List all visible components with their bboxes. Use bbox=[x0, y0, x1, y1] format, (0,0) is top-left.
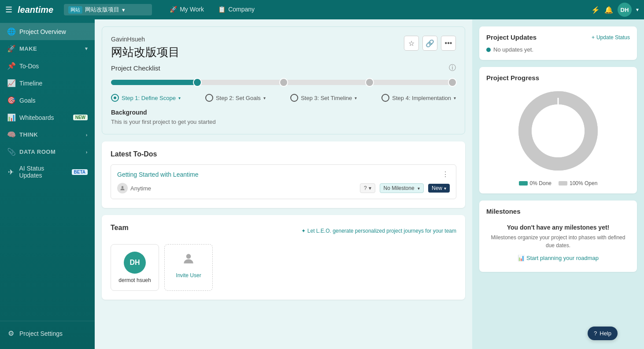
legend-done: 0% Done bbox=[519, 180, 551, 186]
top-nav: ☰ leantime 网站 网站改版项目 ▾ 🚀 My Work 📋 Compa… bbox=[0, 0, 644, 19]
step-3-circle bbox=[290, 94, 298, 102]
project-info: GavinHsueh 网站改版项目 bbox=[111, 36, 180, 60]
checklist-help-icon[interactable]: ⓘ bbox=[449, 63, 456, 73]
dataroom-label: DATA ROOM bbox=[19, 149, 56, 155]
content-area: GavinHsueh 网站改版项目 ☆ 🔗 ••• Project Checkl… bbox=[95, 19, 472, 349]
sidebar-item-ai-status[interactable]: ✈ AI Status Updates BETA bbox=[0, 160, 95, 183]
lightning-icon[interactable]: ⚡ bbox=[591, 6, 600, 14]
team-grid: DH dermot hsueh Invite User bbox=[111, 244, 456, 291]
progress-track bbox=[111, 80, 456, 85]
checklist-step-1[interactable]: Step 1: Define Scope ▾ bbox=[111, 94, 181, 102]
avatar-dropdown-icon[interactable]: ▾ bbox=[636, 7, 639, 13]
star-button[interactable]: ☆ bbox=[404, 36, 419, 51]
open-label: 100% Open bbox=[570, 180, 597, 186]
sidebar-item-label-todos: To-Dos bbox=[19, 63, 39, 70]
checklist-step-3[interactable]: Step 3: Set Timeline ▾ bbox=[290, 94, 357, 102]
step-3-dropdown-icon[interactable]: ▾ bbox=[355, 96, 357, 100]
sidebar-item-timeline[interactable]: 📈 Timeline bbox=[0, 74, 95, 92]
leo-link[interactable]: ✦ Let L.E.O. generate personalized proje… bbox=[301, 228, 456, 234]
done-label: 0% Done bbox=[530, 180, 551, 186]
progress-dot-3[interactable] bbox=[365, 78, 374, 87]
link-button[interactable]: 🔗 bbox=[422, 36, 437, 51]
todo-meta: Anytime ? ▾ No Milestone ▾ New ▾ bbox=[117, 183, 450, 193]
sidebar-item-project-overview[interactable]: 🌐 Project Overview bbox=[0, 23, 95, 40]
checklist-step-4[interactable]: Step 4: Implementation ▾ bbox=[381, 94, 456, 102]
rocket-icon: 🚀 bbox=[7, 45, 15, 53]
project-selector[interactable]: 网站 网站改版项目 ▾ bbox=[64, 4, 152, 15]
roadmap-link[interactable]: 📊 Start planning your roadmap bbox=[486, 255, 630, 261]
top-nav-icons: ⚡ 🔔 DH ▾ bbox=[591, 3, 639, 17]
sidebar-item-label-timeline: Timeline bbox=[19, 80, 42, 87]
step-4-dropdown-icon[interactable]: ▾ bbox=[454, 96, 456, 100]
logo-text: leantime bbox=[18, 5, 53, 15]
milestones-header: Milestones bbox=[486, 208, 630, 215]
top-nav-links: 🚀 My Work 📋 Company bbox=[163, 2, 262, 17]
update-plus-icon: + bbox=[592, 34, 595, 41]
make-label: MAKE bbox=[19, 45, 37, 52]
ai-beta-badge: BETA bbox=[72, 169, 88, 175]
todos-section-title: Latest To-Dos bbox=[111, 150, 456, 158]
team-card: Team ✦ Let L.E.O. generate personalized … bbox=[102, 215, 465, 300]
help-button[interactable]: ? Help bbox=[588, 327, 618, 340]
todo-assignee: Anytime bbox=[117, 183, 151, 193]
dataroom-icon: 📎 bbox=[7, 148, 15, 156]
status-label: New bbox=[432, 185, 442, 191]
mywork-link[interactable]: 🚀 My Work bbox=[163, 2, 211, 17]
donut-legend: 0% Done 100% Open bbox=[519, 180, 598, 186]
invite-member-button[interactable]: Invite User bbox=[164, 244, 213, 291]
avatar-button[interactable]: DH bbox=[618, 3, 632, 17]
timeline-icon: 📈 bbox=[7, 79, 15, 87]
company-link[interactable]: 📋 Company bbox=[211, 2, 262, 17]
project-actions: ☆ 🔗 ••• bbox=[404, 36, 456, 51]
donut-chart: 0% Done 100% Open bbox=[486, 87, 630, 186]
checklist-step-2[interactable]: Step 2: Set Goals ▾ bbox=[205, 94, 266, 102]
logo[interactable]: leantime bbox=[18, 5, 53, 15]
step-4-label: Step 4: Implementation bbox=[392, 95, 451, 101]
roadmap-link-label: Start planning your roadmap bbox=[526, 255, 599, 261]
sidebar-item-label-goals: Goals bbox=[19, 97, 36, 104]
step-1-dropdown-icon[interactable]: ▾ bbox=[178, 96, 181, 100]
sidebar-item-label-settings: Project Settings bbox=[19, 330, 63, 337]
step-2-dropdown-icon[interactable]: ▾ bbox=[263, 96, 266, 100]
legend-open: 100% Open bbox=[559, 180, 597, 186]
invite-text[interactable]: Invite User bbox=[176, 272, 201, 278]
update-status-button[interactable]: + Update Status bbox=[592, 34, 630, 41]
progress-dot-4[interactable] bbox=[448, 78, 457, 87]
sidebar-item-settings[interactable]: ⚙ Project Settings bbox=[0, 325, 95, 342]
sidebar-item-todos[interactable]: 📌 To-Dos bbox=[0, 57, 95, 74]
project-header-top: GavinHsueh 网站改版项目 ☆ 🔗 ••• bbox=[111, 36, 456, 60]
sidebar-item-label-whiteboards: Whiteboards bbox=[19, 114, 54, 121]
sidebar-item-goals[interactable]: 🎯 Goals bbox=[0, 92, 95, 109]
sidebar-item-label-ai: AI Status Updates bbox=[19, 165, 67, 179]
think-arrow-icon: › bbox=[86, 132, 88, 137]
hamburger-icon[interactable]: ☰ bbox=[5, 5, 12, 15]
sidebar-bottom: ⚙ Project Settings bbox=[0, 321, 95, 345]
update-action-label: Update Status bbox=[596, 34, 630, 41]
make-arrow-icon: ▾ bbox=[85, 46, 88, 52]
progress-dot-1[interactable] bbox=[193, 78, 202, 87]
todo-status-button[interactable]: New ▾ bbox=[428, 184, 450, 193]
sidebar-think-section[interactable]: 🧠 THINK › bbox=[0, 126, 95, 143]
invite-person-icon bbox=[181, 252, 196, 269]
sidebar-dataroom-section[interactable]: 📎 DATA ROOM › bbox=[0, 143, 95, 160]
mywork-label: My Work bbox=[180, 6, 204, 13]
todo-dots-button[interactable]: ⋮ bbox=[442, 170, 450, 178]
sidebar-make-section[interactable]: 🚀 MAKE ▾ bbox=[0, 40, 95, 57]
team-member: DH dermot hsueh bbox=[111, 244, 159, 291]
bell-icon[interactable]: 🔔 bbox=[604, 6, 613, 14]
progress-dot-2[interactable] bbox=[279, 78, 288, 87]
open-color-indicator bbox=[559, 181, 567, 186]
more-button[interactable]: ••• bbox=[441, 36, 456, 51]
team-header: Team ✦ Let L.E.O. generate personalized … bbox=[111, 224, 456, 238]
sidebar: 🌐 Project Overview 🚀 MAKE ▾ 📌 To-Dos 📈 T… bbox=[0, 19, 95, 349]
todo-priority-button[interactable]: ? ▾ bbox=[360, 183, 375, 193]
team-title: Team bbox=[111, 224, 129, 232]
sidebar-item-whiteboards[interactable]: 📊 Whiteboards NEW bbox=[0, 109, 95, 126]
dataroom-arrow-icon: › bbox=[86, 149, 88, 155]
todo-milestone-button[interactable]: No Milestone ▾ bbox=[380, 183, 424, 193]
done-color-indicator bbox=[519, 181, 528, 186]
settings-icon: ⚙ bbox=[7, 329, 15, 338]
priority-label: ? bbox=[364, 185, 367, 191]
project-user: GavinHsueh bbox=[111, 36, 180, 43]
todo-title[interactable]: Getting Started with Leantime bbox=[117, 171, 198, 178]
